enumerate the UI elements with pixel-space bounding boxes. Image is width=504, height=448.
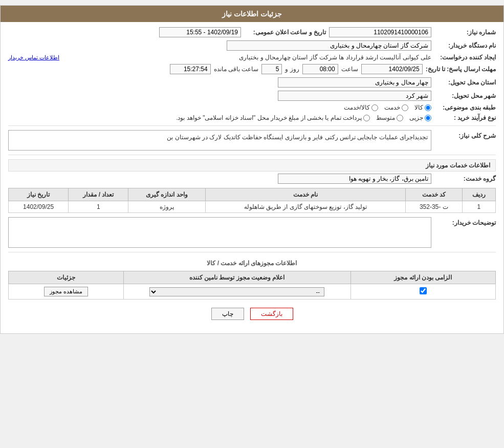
services-table: ردیف کد خدمت نام خدمت واحد اندازه گیری ت… [8, 188, 496, 213]
permits-details-cell: مشاهده مجوز [9, 284, 124, 300]
purchase-type-radio-group: جزیی متوسط پرداخت تمام یا بخشی از مبلغ خ… [176, 114, 431, 121]
delivery-city-input [278, 91, 431, 101]
permits-status-cell: -- [123, 284, 350, 300]
col-service-code: کد خدمت [405, 188, 462, 201]
creator-value: علی کیوانی آنالیست ارشد قرارداد ها شرکت … [62, 54, 431, 61]
buyer-notes-row: توضیحات خریدار: [8, 217, 496, 248]
deadline-time-input [302, 64, 338, 74]
deadline-date-input [361, 64, 423, 74]
need-description-value: تجدیداجرای عملیات جابجایی ترانس رکتی فای… [8, 130, 431, 151]
category-row: طبقه بندی موضوعی: کالا خدمت کالا/خدمت [8, 104, 496, 111]
col-quantity: تعداد / مقدار [69, 188, 128, 201]
creator-row: ایجاد کننده درخواست: علی کیوانی آنالیست … [8, 54, 496, 61]
category-kala-item: کالا [414, 104, 431, 111]
permits-table-row: -- مشاهده مجوز [9, 284, 496, 300]
delivery-province-row: استان محل تحویل: [8, 77, 496, 88]
col-row-num: ردیف [462, 188, 495, 201]
purchase-jozee-label: جزیی [409, 114, 423, 121]
permits-section: اطلاعات مجوزهای ارائه خدمت / کالا الزامی… [8, 258, 496, 300]
delivery-city-label: شهر محل تحویل: [434, 92, 496, 99]
purchase-type-row: نوع فرآیند خرید : جزیی متوسط پرداخت تمام… [8, 114, 496, 121]
category-kala-khedmat-label: کالا/خدمت [344, 104, 370, 111]
need-number-input [329, 27, 431, 37]
need-description-row: شرح کلی نیاز: تجدیداجرای عملیات جابجایی … [8, 130, 496, 151]
purchase-motevaset-item: متوسط [376, 114, 403, 121]
category-khedmat-label: خدمت [384, 104, 400, 111]
buyer-org-row: نام دستگاه خریدار: [8, 40, 496, 51]
buyer-notes-content [8, 217, 431, 248]
mandatory-checkbox[interactable] [420, 287, 427, 294]
col-need-date: تاریخ نیاز [9, 188, 69, 201]
table-row: 1 ت -35-352 تولید گاز، توزیع سوختهای گاز… [9, 201, 496, 213]
deadline-time-label: ساعت [341, 66, 358, 73]
cell-row-num: 1 [462, 201, 495, 213]
purchase-jozee-item: جزیی [409, 114, 431, 121]
need-number-label: شماره نیاز: [434, 29, 496, 36]
permits-col-mandatory: الزامی بودن ارائه مجوز [350, 271, 495, 284]
deadline-label: مهلت ارسال پاسخ: تا تاریخ: [426, 66, 496, 73]
category-label: طبقه بندی موضوعی: [434, 104, 496, 111]
contact-link[interactable]: اطلاعات تماس خریدار [8, 54, 59, 61]
category-kala-label: کالا [414, 104, 423, 111]
delivery-province-label: استان محل تحویل: [434, 79, 496, 86]
cell-need-date: 1402/09/25 [9, 201, 69, 213]
bottom-buttons: بازگشت چاپ [8, 308, 496, 320]
category-kala-radio[interactable] [425, 104, 431, 111]
category-khedmat-item: خدمت [384, 104, 408, 111]
announcement-date-label: تاریخ و ساعت اعلان عمومی: [244, 29, 326, 36]
service-group-label: گروه خدمت: [434, 175, 496, 182]
category-kala-khedmat-item: کالا/خدمت [344, 104, 378, 111]
purchase-type-label: نوع فرآیند خرید : [434, 114, 496, 121]
need-description-label: شرح کلی نیاز: [434, 130, 496, 139]
category-khedmat-radio[interactable] [402, 104, 408, 111]
view-permit-button[interactable]: مشاهده مجوز [44, 287, 88, 296]
cell-quantity: 1 [69, 201, 128, 213]
deadline-day-label: روز و [285, 66, 299, 73]
permits-mandatory-cell [350, 284, 495, 300]
category-radio-group: کالا خدمت کالا/خدمت [344, 104, 431, 111]
cell-unit: پروژه [128, 201, 205, 213]
buyer-org-label: نام دستگاه خریدار: [434, 42, 496, 49]
services-section-title: اطلاعات خدمات مورد نیاز [8, 159, 496, 172]
buyer-notes-label: توضیحات خریدار: [434, 217, 496, 226]
buyer-org-input [227, 40, 431, 51]
cell-service-code: ت -35-352 [405, 201, 462, 213]
cell-service-name: تولید گاز، توزیع سوختهای گازی از طریق شا… [205, 201, 405, 213]
permits-section-title: اطلاعات مجوزهای ارائه خدمت / کالا [8, 258, 496, 269]
category-kala-khedmat-radio[interactable] [371, 104, 378, 111]
permits-col-status: اعلام وضعیت مجوز توسط نامین کننده [123, 271, 350, 284]
purchase-jozee-radio[interactable] [425, 115, 431, 121]
need-number-row: شماره نیاز: تاریخ و ساعت اعلان عمومی: [8, 27, 496, 37]
deadline-remaining-label: ساعت باقی مانده [214, 66, 259, 73]
delivery-province-input [278, 77, 431, 88]
deadline-row: مهلت ارسال پاسخ: تا تاریخ: ساعت روز و سا… [8, 64, 496, 74]
back-button[interactable]: بازگشت [250, 308, 293, 320]
delivery-city-row: شهر محل تحویل: [8, 91, 496, 101]
purchase-motevaset-label: متوسط [376, 114, 395, 121]
deadline-days-input [261, 64, 282, 74]
page-title: جزئیات اطلاعات نیاز [222, 10, 282, 18]
col-unit: واحد اندازه گیری [128, 188, 205, 201]
purchase-esnad-label: پرداخت تمام یا بخشی از مبلغ خریدار محل "… [176, 114, 362, 121]
permit-status-select[interactable]: -- [149, 287, 324, 296]
purchase-motevaset-radio[interactable] [397, 115, 403, 121]
page-header: جزئیات اطلاعات نیاز [1, 6, 503, 22]
col-service-name: نام خدمت [205, 188, 405, 201]
service-group-row: گروه خدمت: [8, 174, 496, 184]
purchase-esnad-item: پرداخت تمام یا بخشی از مبلغ خریدار محل "… [176, 114, 370, 121]
deadline-remaining-input [170, 64, 211, 74]
purchase-esnad-radio[interactable] [363, 115, 370, 121]
announcement-date-input [159, 27, 241, 37]
creator-label: ایجاد کننده درخواست: [434, 54, 496, 61]
permits-table: الزامی بودن ارائه مجوز اعلام وضعیت مجوز … [8, 271, 496, 300]
service-group-input [278, 174, 431, 184]
permits-col-details: جزئیات [9, 271, 124, 284]
print-button[interactable]: چاپ [211, 308, 244, 320]
